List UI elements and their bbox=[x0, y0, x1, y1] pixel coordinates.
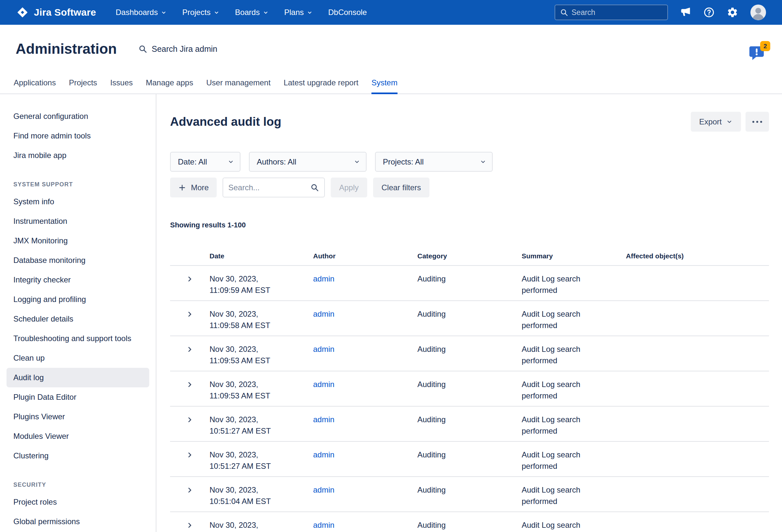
chevron-down-icon bbox=[161, 10, 167, 15]
expand-row-icon[interactable] bbox=[186, 276, 193, 300]
expand-row-icon[interactable] bbox=[186, 487, 193, 511]
author-link[interactable]: admin bbox=[313, 310, 334, 318]
col-summary: Summary bbox=[522, 252, 626, 260]
export-button[interactable]: Export bbox=[691, 112, 741, 132]
sidebar-item-database-monitoring[interactable]: Database monitoring bbox=[6, 251, 149, 270]
author-link[interactable]: admin bbox=[313, 380, 334, 389]
nav-plans[interactable]: Plans bbox=[284, 8, 313, 17]
audit-category: Auditing bbox=[417, 266, 522, 300]
sidebar-item-system-info[interactable]: System info bbox=[6, 192, 149, 211]
sidebar-item-logging-and-profiling[interactable]: Logging and profiling bbox=[6, 290, 149, 309]
sidebar-item-plugins-viewer[interactable]: Plugins Viewer bbox=[6, 407, 149, 426]
audit-category: Auditing bbox=[417, 477, 522, 511]
sidebar-item-jmx-monitoring[interactable]: JMX Monitoring bbox=[6, 231, 149, 251]
notification-badge: 2 bbox=[760, 41, 770, 51]
tab-latest-upgrade-report[interactable]: Latest upgrade report bbox=[283, 78, 358, 94]
plus-icon bbox=[178, 183, 186, 192]
expand-row-icon[interactable] bbox=[186, 522, 193, 532]
page-title: Administration bbox=[15, 41, 117, 57]
audit-date: Nov 30, 2023,11:09:59 AM EST bbox=[210, 266, 313, 300]
more-actions-button[interactable] bbox=[746, 112, 769, 132]
more-filters-button[interactable]: More bbox=[170, 178, 217, 198]
sidebar-item-plugin-data-editor[interactable]: Plugin Data Editor bbox=[6, 387, 149, 407]
audit-summary: Audit Log search performed bbox=[522, 512, 626, 532]
sidebar-item-integrity-checker[interactable]: Integrity checker bbox=[6, 270, 149, 290]
filter-projects[interactable]: Projects: All bbox=[375, 152, 493, 172]
tab-applications[interactable]: Applications bbox=[14, 78, 56, 94]
chevron-down-icon bbox=[480, 158, 486, 165]
author-link[interactable]: admin bbox=[313, 274, 334, 283]
sidebar-item-clustering[interactable]: Clustering bbox=[6, 446, 149, 465]
tab-projects[interactable]: Projects bbox=[69, 78, 97, 94]
jira-home-link[interactable]: Jira Software bbox=[15, 5, 96, 19]
user-avatar[interactable] bbox=[750, 4, 767, 21]
jira-logo-icon bbox=[15, 5, 29, 19]
table-row: Nov 30, 2023,11:09:59 AM EST admin Audit… bbox=[170, 266, 769, 301]
audit-search-input[interactable] bbox=[228, 183, 308, 192]
sidebar-item-scheduler-details[interactable]: Scheduler details bbox=[6, 309, 149, 329]
settings-icon[interactable] bbox=[726, 6, 738, 18]
author-link[interactable]: admin bbox=[313, 521, 334, 529]
chevron-down-icon bbox=[228, 158, 234, 165]
audit-affected-objects bbox=[626, 442, 769, 476]
section-title: Advanced audit log bbox=[170, 115, 281, 129]
sidebar-item-jira-mobile-app[interactable]: Jira mobile app bbox=[6, 146, 149, 165]
global-search[interactable] bbox=[555, 5, 668, 20]
author-link[interactable]: admin bbox=[313, 450, 334, 459]
results-count: Showing results 1-100 bbox=[170, 221, 769, 229]
audit-log-table: Date Author Category Summary Affected ob… bbox=[170, 252, 769, 532]
search-icon[interactable] bbox=[310, 183, 319, 192]
chevron-down-icon bbox=[307, 10, 313, 15]
sidebar-group-security: Project roles Global permissions bbox=[0, 492, 156, 531]
audit-summary: Audit Log search performed bbox=[522, 301, 626, 335]
expand-row-icon[interactable] bbox=[186, 416, 193, 441]
expand-row-icon[interactable] bbox=[186, 452, 193, 476]
sidebar-item-modules-viewer[interactable]: Modules Viewer bbox=[6, 426, 149, 446]
sidebar-item-project-roles[interactable]: Project roles bbox=[6, 492, 149, 512]
clear-filters-button[interactable]: Clear filters bbox=[373, 178, 429, 198]
content-layout: General configuration Find more admin to… bbox=[0, 94, 782, 532]
nav-dbconsole[interactable]: DbConsole bbox=[328, 8, 367, 17]
sidebar-item-clean-up[interactable]: Clean up bbox=[6, 348, 149, 368]
tab-user-management[interactable]: User management bbox=[206, 78, 271, 94]
expand-row-icon[interactable] bbox=[186, 311, 193, 335]
expand-row-icon[interactable] bbox=[186, 346, 193, 371]
nav-projects[interactable]: Projects bbox=[182, 8, 219, 17]
global-search-input[interactable] bbox=[571, 8, 663, 17]
filter-date[interactable]: Date: All bbox=[170, 152, 241, 172]
chevron-down-icon bbox=[214, 10, 219, 15]
help-icon[interactable] bbox=[703, 6, 715, 18]
nav-boards[interactable]: Boards bbox=[235, 8, 269, 17]
chevron-down-icon bbox=[263, 10, 269, 15]
tab-manage-apps[interactable]: Manage apps bbox=[146, 78, 193, 94]
expand-row-icon[interactable] bbox=[186, 381, 193, 406]
table-row: Nov 30, 2023,10:51:27 AM EST admin Audit… bbox=[170, 406, 769, 442]
author-link[interactable]: admin bbox=[313, 345, 334, 353]
audit-affected-objects bbox=[626, 477, 769, 511]
admin-search[interactable]: Search Jira admin bbox=[138, 44, 217, 54]
author-link[interactable]: admin bbox=[313, 486, 334, 494]
chevron-down-icon bbox=[354, 158, 360, 165]
sidebar-item-general-configuration[interactable]: General configuration bbox=[6, 107, 149, 126]
col-date: Date bbox=[210, 252, 313, 260]
apply-button[interactable]: Apply bbox=[331, 178, 367, 198]
sidebar-item-instrumentation[interactable]: Instrumentation bbox=[6, 211, 149, 231]
tab-issues[interactable]: Issues bbox=[110, 78, 133, 94]
audit-date: Nov 30, 2023,11:09:53 AM EST bbox=[210, 336, 313, 371]
nav-dashboards[interactable]: Dashboards bbox=[116, 8, 167, 17]
sidebar-item-troubleshooting[interactable]: Troubleshooting and support tools bbox=[6, 329, 149, 348]
sidebar-item-find-more-admin-tools[interactable]: Find more admin tools bbox=[6, 126, 149, 146]
sidebar-item-audit-log[interactable]: Audit log bbox=[6, 368, 149, 387]
top-navigation: Jira Software Dashboards Projects Boards… bbox=[0, 0, 782, 25]
audit-summary: Audit Log search performed bbox=[522, 336, 626, 371]
audit-affected-objects bbox=[626, 406, 769, 441]
brand-name: Jira Software bbox=[34, 7, 96, 18]
sidebar-item-global-permissions[interactable]: Global permissions bbox=[6, 512, 149, 531]
tab-system[interactable]: System bbox=[371, 78, 397, 94]
filter-authors[interactable]: Authors: All bbox=[249, 152, 366, 172]
audit-date: Nov 30, 2023,10:51:04 AM EST bbox=[210, 512, 313, 532]
author-link[interactable]: admin bbox=[313, 415, 334, 424]
audit-summary: Audit Log search performed bbox=[522, 371, 626, 406]
announcement-icon[interactable] bbox=[680, 6, 691, 18]
feedback-icon[interactable]: 2 bbox=[748, 46, 766, 62]
